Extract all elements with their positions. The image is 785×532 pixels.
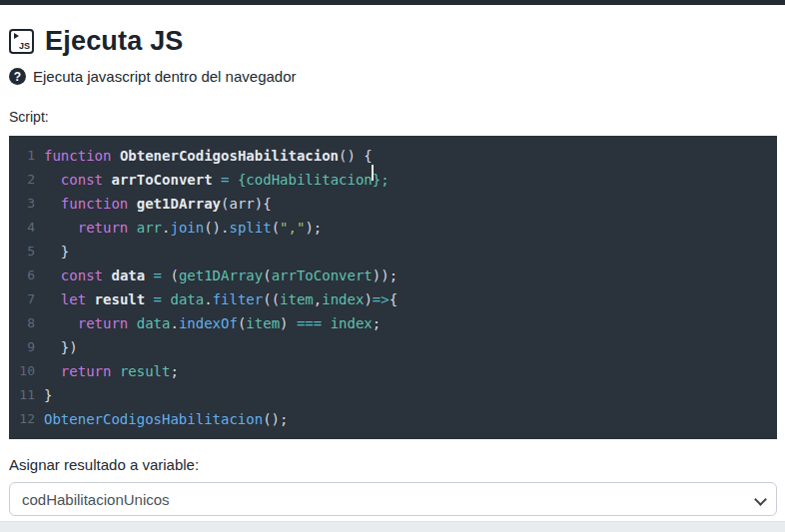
code-token: {: [390, 287, 397, 311]
code-token: ;: [373, 311, 381, 335]
line-number: 3: [9, 192, 35, 216]
code-token: ): [280, 311, 297, 335]
code-token: }): [44, 335, 78, 359]
code-token: arrToConvert: [111, 168, 212, 192]
code-token: [128, 311, 136, 335]
code-token: function: [44, 144, 111, 168]
code-token: [103, 168, 111, 192]
code-token: [213, 168, 221, 192]
code-token: (: [162, 264, 179, 287]
code-token: }: [44, 240, 69, 264]
code-token: indexOf: [179, 311, 238, 335]
code-token: (: [272, 216, 280, 240]
code-token: ();: [263, 407, 288, 431]
code-token: .: [162, 216, 170, 240]
code-token: [44, 287, 61, 311]
code-token: ,: [314, 287, 322, 311]
code-token: [44, 192, 61, 216]
execute-js-panel: JS Ejecuta JS ? Ejecuta javascript dentr…: [0, 0, 785, 532]
line-number: 11: [9, 383, 35, 407]
code-token: const: [61, 168, 103, 192]
help-icon: ?: [9, 68, 26, 85]
header: JS Ejecuta JS: [9, 26, 776, 57]
code-line: 5 }: [9, 240, 777, 264]
line-number: 12: [9, 407, 35, 431]
code-token: index: [331, 311, 373, 335]
code-token: =>: [373, 287, 390, 311]
line-number: 7: [9, 287, 35, 311]
code-line: 9 }): [9, 335, 777, 359]
code-token: =: [154, 287, 162, 311]
line-number: 8: [9, 311, 35, 335]
code-token: [162, 287, 170, 311]
code-line: 3 function get1DArray(arr){: [9, 192, 777, 216]
code-token: (: [238, 311, 246, 335]
code-token: return: [78, 216, 129, 240]
js-icon-label: JS: [19, 41, 30, 51]
code-line: 6 const data = (get1DArray(arrToConvert)…: [9, 264, 777, 287]
page-title: Ejecuta JS: [45, 26, 184, 57]
code-token: [86, 287, 94, 311]
code-token: result: [95, 287, 146, 311]
code-token: [44, 359, 61, 383]
code-token: (: [263, 264, 271, 287]
code-token: arrToConvert: [272, 264, 373, 287]
code-token: return: [78, 311, 129, 335]
code-token: [145, 287, 153, 311]
line-number: 4: [9, 216, 35, 240]
line-number: 6: [9, 264, 35, 287]
code-token: () {: [339, 144, 373, 168]
line-number: 2: [9, 168, 35, 192]
code-token: ObtenerCodigosHabilitacion: [120, 144, 339, 168]
code-token: ): [364, 287, 372, 311]
variable-select-wrap: codHabilitacionUnicos: [9, 482, 777, 516]
variable-select[interactable]: codHabilitacionUnicos: [9, 482, 777, 516]
code-line: 11}: [9, 383, 777, 407]
line-number: 1: [9, 144, 35, 168]
code-token: }: [44, 383, 52, 407]
code-token: .: [204, 287, 212, 311]
code-line: 12ObtenerCodigosHabilitacion();: [9, 407, 777, 431]
code-token: =: [221, 168, 229, 192]
code-line: 2 const arrToConvert = {codHabilitacion}…: [9, 168, 777, 192]
code-token: ((: [263, 287, 280, 311]
code-editor[interactable]: 1function ObtenerCodigosHabilitacion() {…: [9, 136, 777, 439]
code-token: ().: [204, 216, 229, 240]
script-label: Script:: [9, 109, 776, 125]
code-token: );: [305, 216, 322, 240]
code-token: {codHabilitacion: [238, 168, 373, 192]
code-token: ObtenerCodigosHabilitacion: [44, 407, 263, 431]
code-token: filter: [213, 287, 264, 311]
code-token: [44, 264, 61, 287]
code-token: ));: [373, 264, 397, 287]
code-token: item: [246, 311, 280, 335]
code-token: ",": [280, 216, 305, 240]
code-line: 1function ObtenerCodigosHabilitacion() {: [9, 144, 777, 168]
code-token: .: [170, 311, 178, 335]
code-token: [229, 168, 237, 192]
code-token: };: [373, 168, 390, 192]
cursor-arrow-icon: [14, 33, 19, 39]
code-token: get1DArray: [179, 264, 263, 287]
code-token: =: [154, 264, 162, 287]
code-token: [145, 264, 153, 287]
code-token: const: [61, 264, 103, 287]
code-token: arr: [137, 216, 162, 240]
code-line: 4 return arr.join().split(",");: [9, 216, 777, 240]
code-token: function: [61, 192, 128, 216]
code-token: [103, 264, 111, 287]
code-token: [44, 216, 78, 240]
code-token: index: [322, 287, 364, 311]
code-token: join: [170, 216, 204, 240]
code-token: split: [229, 216, 271, 240]
code-token: [128, 216, 136, 240]
line-number: 9: [9, 335, 35, 359]
code-token: ;: [170, 359, 178, 383]
code-line: 10 return result;: [9, 359, 777, 383]
code-token: [322, 311, 330, 335]
code-token: result: [120, 359, 171, 383]
code-token: (arr){: [221, 192, 272, 216]
code-token: ===: [297, 311, 322, 335]
subtitle-row: ? Ejecuta javascript dentro del navegado…: [9, 68, 776, 85]
code-token: [111, 359, 119, 383]
